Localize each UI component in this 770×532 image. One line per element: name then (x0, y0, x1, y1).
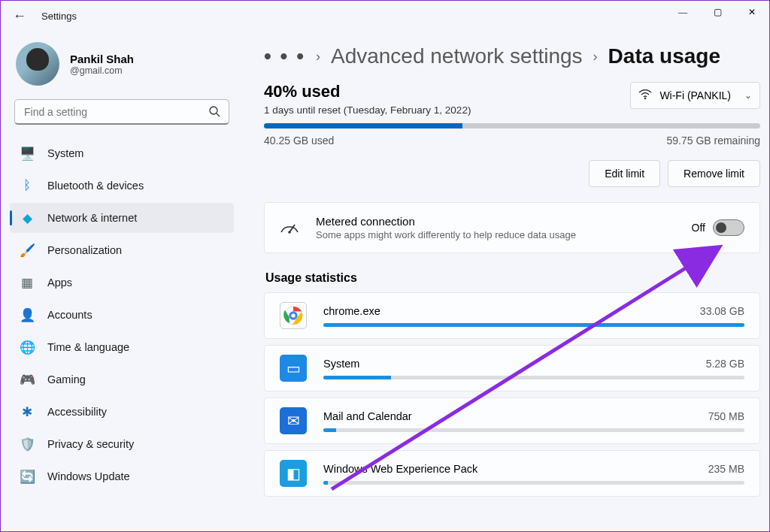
network-selector[interactable]: Wi-Fi (PANKIL) ⌄ (630, 82, 760, 109)
nav-icon: 🔄 (19, 468, 35, 485)
search-icon (208, 105, 220, 120)
edit-limit-button[interactable]: Edit limit (589, 160, 660, 187)
app-usage-bar (323, 481, 744, 485)
sidebar-item-label: Personalization (47, 244, 122, 256)
chevron-right-icon: › (316, 49, 320, 65)
sidebar-item-label: System (47, 147, 83, 159)
back-icon[interactable]: ← (13, 8, 26, 24)
app-usage-row[interactable]: ◧Windows Web Experience Pack235 MB (264, 450, 760, 497)
app-size: 33.08 GB (700, 305, 744, 317)
metered-title: Metered connection (316, 215, 576, 228)
nav-icon: ᛒ (19, 177, 35, 194)
profile-block[interactable]: Pankil Shah @gmail.com (10, 42, 234, 99)
app-usage-row[interactable]: ▭System5.28 GB (264, 345, 760, 391)
metered-connection-card: Metered connection Some apps might work … (264, 202, 760, 253)
window-title: Settings (41, 11, 77, 22)
app-usage-bar (323, 376, 744, 379)
metered-subtitle: Some apps might work differently to help… (316, 229, 576, 240)
usage-reset: 1 days until reset (Tuesday, February 1,… (264, 104, 471, 116)
app-usage-bar (323, 428, 744, 432)
breadcrumb: • • • › Advanced network settings › Data… (264, 44, 760, 68)
app-icon: ✉ (280, 407, 307, 434)
metered-toggle[interactable] (713, 219, 744, 236)
nav-icon: ✱ (19, 404, 35, 420)
usage-remaining-label: 59.75 GB remaining (666, 135, 760, 147)
usage-progress-bar (264, 123, 760, 128)
nav-icon: 🛡️ (19, 436, 35, 452)
sidebar-item-personalization[interactable]: 🖌️Personalization (10, 235, 234, 265)
metered-state-label: Off (692, 222, 705, 234)
app-icon (280, 302, 307, 329)
sidebar: Pankil Shah @gmail.com 🖥️SystemᛒBluetoot… (1, 31, 241, 532)
nav-icon: ◆ (19, 210, 35, 226)
nav-icon: 👤 (19, 307, 35, 323)
sidebar-item-label: Apps (47, 277, 72, 289)
app-icon: ▭ (280, 355, 307, 382)
sidebar-item-gaming[interactable]: 🎮Gaming (10, 364, 234, 394)
app-name: Windows Web Experience Pack (323, 463, 477, 475)
sidebar-item-label: Accounts (47, 309, 92, 321)
svg-point-0 (210, 107, 217, 114)
svg-point-2 (644, 97, 647, 99)
app-name: System (323, 358, 359, 370)
sidebar-item-accessibility[interactable]: ✱Accessibility (10, 397, 234, 427)
sidebar-item-label: Time & language (47, 341, 129, 353)
main-content: • • • › Advanced network settings › Data… (241, 31, 769, 532)
breadcrumb-parent[interactable]: Advanced network settings (331, 44, 583, 68)
stats-title: Usage statistics (265, 271, 760, 285)
maximize-button[interactable]: ▢ (700, 1, 735, 23)
profile-name: Pankil Shah (70, 53, 134, 65)
app-icon: ◧ (280, 460, 307, 487)
sidebar-item-network-internet[interactable]: ◆Network & internet (10, 203, 234, 233)
svg-point-4 (288, 231, 291, 234)
app-size: 235 MB (708, 463, 744, 475)
nav-icon: 🌐 (19, 339, 35, 355)
sidebar-nav: 🖥️SystemᛒBluetooth & devices◆Network & i… (10, 138, 234, 491)
sidebar-item-system[interactable]: 🖥️System (10, 138, 234, 168)
svg-line-1 (217, 113, 220, 116)
network-selector-label: Wi-Fi (PANKIL) (659, 89, 731, 101)
svg-point-9 (291, 313, 295, 317)
app-usage-bar (323, 323, 744, 327)
usage-percent: 40% used (264, 82, 471, 101)
search-box (14, 99, 229, 125)
meter-icon (280, 219, 299, 237)
usage-used-label: 40.25 GB used (264, 135, 334, 147)
wifi-icon (638, 89, 652, 102)
search-input[interactable] (14, 99, 229, 125)
nav-icon: ▦ (19, 274, 35, 291)
app-name: chrome.exe (323, 305, 380, 317)
profile-email: @gmail.com (70, 65, 134, 76)
close-button[interactable]: ✕ (735, 1, 769, 23)
window-controls: — ▢ ✕ (665, 1, 769, 23)
breadcrumb-more-icon[interactable]: • • • (264, 44, 305, 68)
chevron-right-icon: › (593, 49, 598, 65)
sidebar-item-label: Bluetooth & devices (47, 180, 144, 192)
sidebar-item-accounts[interactable]: 👤Accounts (10, 300, 234, 330)
nav-icon: 🖥️ (19, 145, 35, 162)
app-size: 5.28 GB (706, 358, 744, 370)
sidebar-item-label: Gaming (47, 373, 86, 385)
avatar (16, 42, 59, 86)
minimize-button[interactable]: — (665, 1, 700, 23)
sidebar-item-apps[interactable]: ▦Apps (10, 268, 234, 298)
app-usage-row[interactable]: chrome.exe33.08 GB (264, 292, 760, 339)
breadcrumb-current: Data usage (608, 44, 720, 68)
titlebar: ← Settings (1, 1, 769, 31)
sidebar-item-privacy-security[interactable]: 🛡️Privacy & security (10, 429, 234, 459)
app-usage-row[interactable]: ✉Mail and Calendar750 MB (264, 397, 760, 444)
sidebar-item-time-language[interactable]: 🌐Time & language (10, 332, 234, 362)
remove-limit-button[interactable]: Remove limit (668, 160, 760, 187)
sidebar-item-label: Windows Update (47, 470, 130, 482)
sidebar-item-label: Accessibility (47, 406, 107, 418)
sidebar-item-windows-update[interactable]: 🔄Windows Update (10, 461, 234, 491)
app-name: Mail and Calendar (323, 410, 412, 422)
app-size: 750 MB (708, 410, 744, 422)
sidebar-item-label: Privacy & security (47, 438, 134, 450)
nav-icon: 🎮 (19, 371, 35, 388)
chevron-down-icon: ⌄ (744, 90, 752, 101)
sidebar-item-label: Network & internet (47, 212, 137, 224)
sidebar-item-bluetooth-devices[interactable]: ᛒBluetooth & devices (10, 171, 234, 201)
nav-icon: 🖌️ (19, 242, 35, 258)
